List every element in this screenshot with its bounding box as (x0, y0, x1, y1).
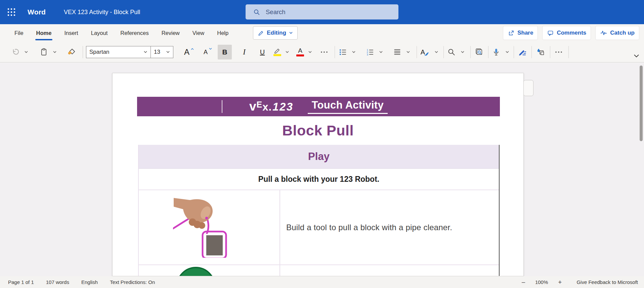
dictate-chevron[interactable] (502, 45, 512, 59)
comments-label: Comments (557, 30, 586, 36)
menu-file[interactable]: File (8, 24, 30, 42)
menu-view[interactable]: View (186, 24, 211, 42)
share-button[interactable]: Share (503, 26, 538, 40)
paste-button[interactable] (39, 45, 49, 59)
toolbar-divider (550, 46, 550, 58)
chevron-down-icon (461, 51, 465, 53)
format-painter-button[interactable] (67, 45, 77, 59)
next-step-text-cell[interactable] (280, 265, 499, 276)
editing-mode-button[interactable]: Editing (253, 26, 298, 40)
font-size-select[interactable]: 13 (151, 46, 173, 58)
app-header: Word VEX 123 Activity - Block Pull (0, 0, 644, 24)
chevron-down-icon (285, 51, 289, 53)
styles-chevron[interactable] (431, 45, 441, 59)
align-justify-icon (393, 48, 401, 56)
designer-button[interactable] (535, 45, 545, 59)
zoom-out-button[interactable]: – (522, 279, 525, 286)
step-text-cell[interactable]: Build a tool to pull a block with a pipe… (280, 190, 499, 264)
next-step-image-cell[interactable] (139, 265, 280, 276)
chevron-down-icon (308, 51, 312, 53)
shrink-font-button[interactable]: A (203, 45, 213, 59)
more-commands-button[interactable] (554, 45, 564, 59)
grow-font-letter: A (184, 48, 189, 56)
page-count[interactable]: Page 1 of 1 (8, 279, 34, 285)
toolbar-divider (568, 46, 569, 58)
zoom-level[interactable]: 100% (535, 279, 548, 285)
search-icon (253, 8, 260, 16)
microphone-icon (492, 48, 501, 56)
menu-home[interactable]: Home (30, 24, 58, 42)
menu-layout[interactable]: Layout (85, 24, 114, 42)
more-font-options-button[interactable] (319, 45, 329, 59)
pulse-icon (600, 29, 607, 37)
waffle-icon (7, 8, 16, 16)
font-size-value: 13 (154, 49, 160, 55)
table-row-summary[interactable]: Pull a block with your 123 Robot. (139, 169, 499, 190)
search-input[interactable] (265, 8, 381, 16)
underline-button[interactable]: U (256, 45, 269, 59)
table-row-play[interactable]: Play (139, 145, 499, 169)
editor-button[interactable] (517, 45, 527, 59)
font-color-menu-chevron[interactable] (305, 45, 315, 59)
comment-indicator[interactable] (523, 80, 533, 96)
menu-references[interactable]: References (114, 24, 155, 42)
document-canvas: vEx.123 Touch Activity Block Pull Play P… (0, 63, 644, 276)
search-box[interactable] (246, 4, 398, 19)
document-banner[interactable]: vEx.123 Touch Activity (137, 97, 500, 116)
ellipsis-icon (555, 51, 562, 53)
reading-view-button[interactable] (474, 45, 484, 59)
bullet-list-button[interactable] (338, 45, 348, 59)
numbered-list-button[interactable]: 1 2 3 (365, 45, 375, 59)
font-name-select[interactable]: Spartan (86, 46, 151, 58)
undo-button[interactable] (10, 45, 20, 59)
alignment-chevron[interactable] (403, 45, 413, 59)
caret-up-icon (190, 48, 194, 50)
vex-123-logo: vEx.123 (249, 99, 294, 114)
find-button[interactable] (446, 45, 457, 59)
text-predictions-toggle[interactable]: Text Predictions: On (110, 279, 155, 285)
comments-button[interactable]: Comments (542, 26, 591, 40)
collapse-ribbon-button[interactable] (634, 54, 639, 58)
page-title[interactable]: Block Pull (113, 122, 523, 139)
vertical-scrollbar-thumb[interactable] (640, 66, 643, 141)
chevron-down-icon (166, 51, 170, 53)
undo-menu-chevron[interactable] (21, 45, 31, 59)
bold-button[interactable]: B (218, 45, 232, 59)
format-painter-icon (67, 48, 76, 56)
styles-button[interactable]: A (420, 45, 430, 59)
italic-button[interactable]: I (238, 45, 251, 59)
dictate-button[interactable] (491, 45, 501, 59)
app-launcher-button[interactable] (5, 5, 18, 19)
zoom-in-button[interactable]: + (558, 279, 562, 286)
word-count[interactable]: 107 words (46, 279, 69, 285)
language-indicator[interactable]: English (81, 279, 98, 285)
undo-icon (11, 48, 19, 56)
grow-font-button[interactable]: A (184, 45, 194, 59)
numbered-list-chevron[interactable] (376, 45, 386, 59)
document-page[interactable]: vEx.123 Touch Activity Block Pull Play P… (112, 73, 524, 276)
catch-up-button[interactable]: Catch up (595, 26, 639, 40)
banner-title[interactable]: Touch Activity (308, 99, 388, 114)
highlight-menu-chevron[interactable] (282, 45, 292, 59)
app-name[interactable]: Word (28, 8, 46, 16)
pencil-icon (258, 30, 264, 36)
bullet-list-chevron[interactable] (349, 45, 359, 59)
feedback-link[interactable]: Give Feedback to Microsoft (576, 279, 638, 285)
paste-menu-chevron[interactable] (50, 45, 60, 59)
highlight-color-swatch (273, 54, 281, 56)
highlight-button[interactable] (273, 45, 281, 59)
document-title[interactable]: VEX 123 Activity - Block Pull (64, 9, 140, 16)
chevron-down-icon (505, 51, 509, 53)
alignment-button[interactable] (392, 45, 402, 59)
bold-letter: B (222, 48, 227, 55)
find-chevron[interactable] (458, 45, 468, 59)
chevron-down-icon (289, 32, 293, 34)
chevron-down-icon (434, 51, 438, 53)
menu-help[interactable]: Help (211, 24, 235, 42)
menu-review[interactable]: Review (155, 24, 186, 42)
menu-insert[interactable]: Insert (58, 24, 84, 42)
font-color-button[interactable]: A (296, 45, 304, 59)
designer-icon (536, 47, 545, 56)
step-image-cell[interactable] (139, 190, 280, 264)
highlighter-icon (274, 48, 281, 53)
